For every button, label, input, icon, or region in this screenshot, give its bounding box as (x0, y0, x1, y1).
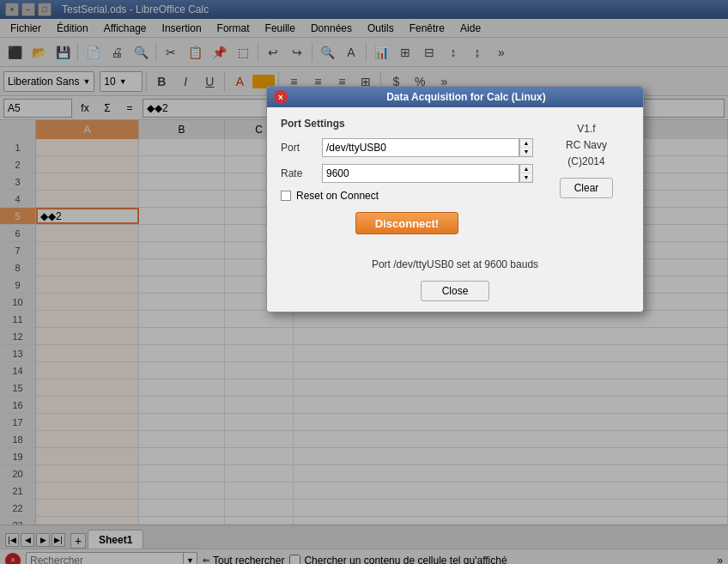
rate-spinner-up[interactable]: ▲ (520, 165, 532, 173)
year-label: (C)2014 (566, 154, 607, 170)
data-acquisition-dialog: × Data Acquisition for Calc (Linux) Port… (266, 86, 644, 312)
dialog-port-settings: Port Settings Port /dev/ttyUSB0 ▲ ▼ (281, 118, 533, 245)
dialog-titlebar: × Data Acquisition for Calc (Linux) (267, 87, 643, 107)
reset-checkbox-row: Reset on Connect (281, 190, 533, 202)
port-spinner-down[interactable]: ▼ (520, 148, 532, 156)
author-label: RC Navy (566, 137, 607, 154)
rate-spinner[interactable]: ▲ ▼ (519, 164, 533, 183)
port-select[interactable]: /dev/ttyUSB0 (322, 138, 519, 157)
clear-button[interactable]: Clear (560, 178, 614, 198)
version-label: V1.f (566, 121, 607, 137)
port-value: /dev/ttyUSB0 (326, 142, 386, 154)
reset-label: Reset on Connect (296, 190, 379, 202)
version-info: V1.f RC Navy (C)2014 (566, 121, 607, 171)
modal-overlay: × Data Acquisition for Calc (Linux) Port… (0, 0, 728, 564)
rate-input-group: 9600 ▲ ▼ (322, 164, 533, 183)
dialog-close-icon-button[interactable]: × (274, 90, 288, 104)
dialog-close-button[interactable]: Close (421, 281, 490, 301)
disconnect-button[interactable]: Disconnect! (355, 212, 458, 234)
dialog-right-panel: V1.f RC Navy (C)2014 Clear (543, 118, 629, 245)
reset-checkbox[interactable] (281, 191, 291, 201)
dialog-rate-row: Rate 9600 ▲ ▼ (281, 164, 533, 183)
port-spinner[interactable]: ▲ ▼ (519, 138, 533, 157)
dialog-status-text: Port /dev/ttyUSB0 set at 9600 bauds (267, 255, 643, 274)
rate-spinner-down[interactable]: ▼ (520, 173, 532, 182)
dialog-body: Port Settings Port /dev/ttyUSB0 ▲ ▼ (267, 107, 643, 255)
port-input-group: /dev/ttyUSB0 ▲ ▼ (322, 138, 533, 157)
port-label: Port (281, 142, 315, 154)
dialog-port-row: Port /dev/ttyUSB0 ▲ ▼ (281, 138, 533, 157)
rate-value: 9600 (326, 167, 349, 179)
rate-label: Rate (281, 167, 315, 179)
dialog-section-title: Port Settings (281, 118, 533, 130)
connect-button-wrapper: Disconnect! (281, 209, 533, 238)
port-spinner-up[interactable]: ▲ (520, 139, 532, 148)
dialog-footer: Close (267, 274, 643, 312)
dialog-title: Data Acquisition for Calc (Linux) (296, 91, 636, 103)
rate-input[interactable]: 9600 (322, 164, 519, 183)
